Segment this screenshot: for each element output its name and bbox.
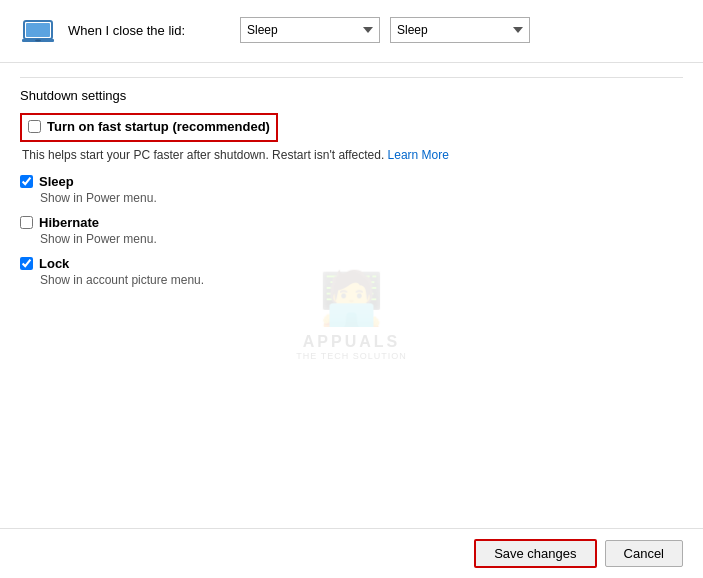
cancel-button[interactable]: Cancel xyxy=(605,540,683,567)
watermark-sub: THE TECH SOLUTION xyxy=(296,351,406,361)
lid-label: When I close the lid: xyxy=(68,23,228,38)
learn-more-link[interactable]: Learn More xyxy=(388,148,449,162)
lock-description: Show in account picture menu. xyxy=(40,273,683,287)
fast-startup-desc-text: This helps start your PC faster after sh… xyxy=(22,148,384,162)
lid-select-pluggedin[interactable]: Sleep Do nothing Hibernate Shut down Tur… xyxy=(390,17,530,43)
fast-startup-box: Turn on fast startup (recommended) xyxy=(20,113,278,142)
sleep-checkbox[interactable] xyxy=(20,175,33,188)
sleep-description: Show in Power menu. xyxy=(40,191,683,205)
sleep-group: Sleep Show in Power menu. xyxy=(20,174,683,205)
hibernate-label[interactable]: Hibernate xyxy=(39,215,99,230)
lock-label[interactable]: Lock xyxy=(39,256,69,271)
power-settings-window: When I close the lid: Sleep Do nothing H… xyxy=(0,0,703,578)
shutdown-settings-title: Shutdown settings xyxy=(20,88,683,103)
hibernate-group: Hibernate Show in Power menu. xyxy=(20,215,683,246)
divider xyxy=(20,77,683,78)
sleep-row: Sleep xyxy=(20,174,683,189)
lid-select-group: Sleep Do nothing Hibernate Shut down Tur… xyxy=(240,17,530,43)
lock-row: Lock xyxy=(20,256,683,271)
fast-startup-description: This helps start your PC faster after sh… xyxy=(20,148,683,162)
lid-icon xyxy=(20,12,56,48)
lid-row: When I close the lid: Sleep Do nothing H… xyxy=(20,12,683,48)
save-changes-button[interactable]: Save changes xyxy=(474,539,596,568)
watermark-brand: APPUALS xyxy=(303,333,400,351)
main-content: Shutdown settings Turn on fast startup (… xyxy=(0,63,703,528)
lid-section: When I close the lid: Sleep Do nothing H… xyxy=(0,0,703,63)
fast-startup-label[interactable]: Turn on fast startup (recommended) xyxy=(47,119,270,134)
svg-point-3 xyxy=(35,40,41,42)
lock-group: Lock Show in account picture menu. xyxy=(20,256,683,287)
lid-select-onbattery[interactable]: Sleep Do nothing Hibernate Shut down Tur… xyxy=(240,17,380,43)
fast-startup-row: Turn on fast startup (recommended) xyxy=(28,119,270,134)
hibernate-row: Hibernate xyxy=(20,215,683,230)
svg-rect-1 xyxy=(26,23,50,37)
lock-checkbox[interactable] xyxy=(20,257,33,270)
hibernate-description: Show in Power menu. xyxy=(40,232,683,246)
fast-startup-checkbox[interactable] xyxy=(28,120,41,133)
sleep-label[interactable]: Sleep xyxy=(39,174,74,189)
hibernate-checkbox[interactable] xyxy=(20,216,33,229)
footer: Save changes Cancel xyxy=(0,528,703,578)
